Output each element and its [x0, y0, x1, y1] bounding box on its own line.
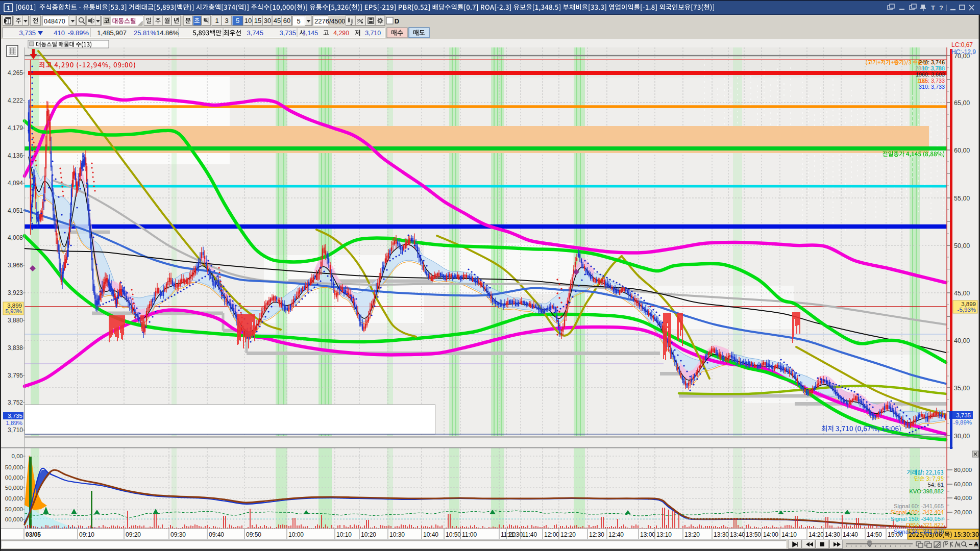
svg-text:10:20: 10:20 [361, 531, 376, 538]
svg-text:14:20: 14:20 [808, 531, 824, 538]
svg-text:54: 61: 54: 61 [928, 482, 944, 488]
svg-text:?: ? [939, 4, 943, 12]
svg-text:4,265: 4,265 [8, 69, 23, 77]
svg-text:Signal 60: -341,665: Signal 60: -341,665 [894, 503, 944, 509]
svg-text:11:40: 11:40 [522, 531, 537, 538]
svg-text:3,710: 3,710 [8, 427, 23, 434]
svg-text:1,89%: 1,89% [6, 420, 22, 426]
svg-text:14:10: 14:10 [781, 531, 797, 538]
svg-text:10: 10 [244, 17, 252, 24]
svg-text:HC:-12,9: HC:-12,9 [951, 48, 976, 56]
svg-text:5: 5 [236, 17, 239, 24]
svg-text:3,735: 3,735 [19, 29, 36, 37]
svg-text:3,735: 3,735 [8, 413, 22, 419]
svg-text:13:30: 13:30 [714, 531, 729, 538]
svg-text:Signal 150: -340,157: Signal 150: -340,157 [891, 516, 944, 522]
svg-text:048470: 048470 [44, 18, 65, 25]
svg-text:50,000: 50,000 [5, 506, 23, 512]
svg-text:12:30: 12:30 [589, 531, 604, 538]
svg-text:13:00: 13:00 [640, 531, 655, 538]
svg-text:4,008: 4,008 [8, 234, 23, 241]
svg-text:A: A [974, 541, 978, 548]
svg-text:50,000: 50,000 [5, 464, 23, 470]
svg-text:12:20: 12:20 [560, 531, 576, 538]
svg-text:14:30: 14:30 [825, 531, 840, 538]
svg-text:09:20: 09:20 [126, 531, 141, 538]
svg-text:3,710: 3,710 [365, 30, 381, 37]
svg-text:3: 3 [225, 17, 228, 24]
svg-text:2276: 2276 [314, 17, 329, 25]
svg-text:09:30: 09:30 [170, 531, 186, 538]
svg-text:30: 30 [264, 17, 271, 24]
svg-text:10:30: 10:30 [389, 531, 405, 538]
svg-text:80,000: 80,000 [954, 467, 972, 473]
svg-text:310: 3,733: 310: 3,733 [919, 84, 945, 90]
svg-text:T: T [931, 4, 935, 12]
svg-text:09:50: 09:50 [246, 531, 261, 538]
svg-text:100:: 100: [917, 78, 928, 84]
svg-text:25.81%: 25.81% [134, 29, 157, 37]
svg-text:0,00: 0,00 [12, 453, 23, 459]
svg-text:1,485,907: 1,485,907 [97, 29, 127, 37]
svg-text:/4500: /4500 [329, 18, 345, 25]
svg-text:20,000: 20,000 [954, 509, 972, 515]
svg-text:13:50: 13:50 [746, 531, 761, 538]
svg-text:-5,93%: -5,93% [958, 307, 976, 313]
svg-text:30,00: 30,00 [954, 433, 970, 440]
svg-text:13:40: 13:40 [730, 531, 745, 538]
svg-text:OBV: -321,827: OBV: -321,827 [906, 522, 944, 528]
svg-text:09:40: 09:40 [209, 531, 224, 538]
svg-text:13:10: 13:10 [656, 531, 672, 538]
svg-text:10:10: 10:10 [336, 531, 352, 538]
svg-text:13:20: 13:20 [684, 531, 700, 538]
svg-text:60,000: 60,000 [954, 481, 972, 487]
svg-text:55,00: 55,00 [954, 195, 970, 202]
svg-text:Signal 100: -342,404: Signal 100: -342,404 [891, 509, 944, 515]
svg-text:410: 410 [54, 29, 65, 37]
svg-text:LC:0,67: LC:0,67 [951, 41, 973, 48]
svg-text:03/05: 03/05 [26, 531, 41, 538]
svg-text:3,899: 3,899 [7, 303, 22, 309]
svg-text:45,00: 45,00 [954, 290, 970, 297]
svg-text:-9.89%: -9.89% [68, 29, 89, 37]
svg-text:4,136: 4,136 [8, 152, 23, 159]
svg-text:60,00: 60,00 [954, 147, 970, 154]
svg-text:4,145: 4,145 [302, 30, 318, 37]
svg-text:11:00: 11:00 [462, 531, 477, 538]
svg-text:14:40: 14:40 [843, 531, 858, 538]
svg-text:KVO:398,882: KVO:398,882 [909, 488, 944, 494]
svg-text:00,000: 00,000 [5, 516, 23, 522]
svg-text:14:00: 14:00 [763, 531, 778, 538]
svg-text:45: 45 [274, 17, 281, 24]
svg-text:3,880: 3,880 [8, 317, 23, 324]
svg-text:14:50: 14:50 [867, 531, 882, 538]
svg-text:4,222: 4,222 [8, 97, 23, 104]
svg-text:4,094: 4,094 [8, 180, 23, 187]
svg-text:00,000: 00,000 [5, 474, 23, 481]
svg-text:10:00: 10:00 [288, 531, 304, 538]
svg-text:40,000: 40,000 [954, 495, 972, 501]
svg-text:-9,89%: -9,89% [953, 419, 972, 425]
svg-text:5: 5 [297, 17, 300, 25]
svg-text:14.86%: 14.86% [156, 29, 179, 37]
svg-text:3,899: 3,899 [961, 301, 976, 307]
svg-text:60: 60 [283, 17, 290, 24]
svg-text:40,00: 40,00 [954, 337, 970, 344]
svg-text:3,966: 3,966 [8, 262, 23, 269]
svg-text:50,00: 50,00 [954, 242, 970, 249]
svg-text:3,752: 3,752 [8, 399, 23, 406]
svg-text:4,179: 4,179 [8, 124, 23, 132]
svg-text:-5,93%: -5,93% [4, 308, 22, 314]
svg-text:09:10: 09:10 [79, 531, 94, 538]
svg-text:12:40: 12:40 [608, 531, 624, 538]
svg-text:50,000: 50,000 [5, 485, 23, 491]
svg-text:15: 15 [254, 17, 261, 24]
svg-text:4,051: 4,051 [8, 207, 23, 214]
svg-text:10:40: 10:40 [423, 531, 438, 538]
svg-text:D: D [395, 18, 399, 25]
svg-text:3,795: 3,795 [8, 372, 23, 379]
svg-text:12:00: 12:00 [544, 531, 559, 538]
svg-text:3,735: 3,735 [956, 412, 971, 418]
svg-text:1: 1 [215, 17, 218, 24]
svg-text:65,00: 65,00 [954, 99, 970, 107]
